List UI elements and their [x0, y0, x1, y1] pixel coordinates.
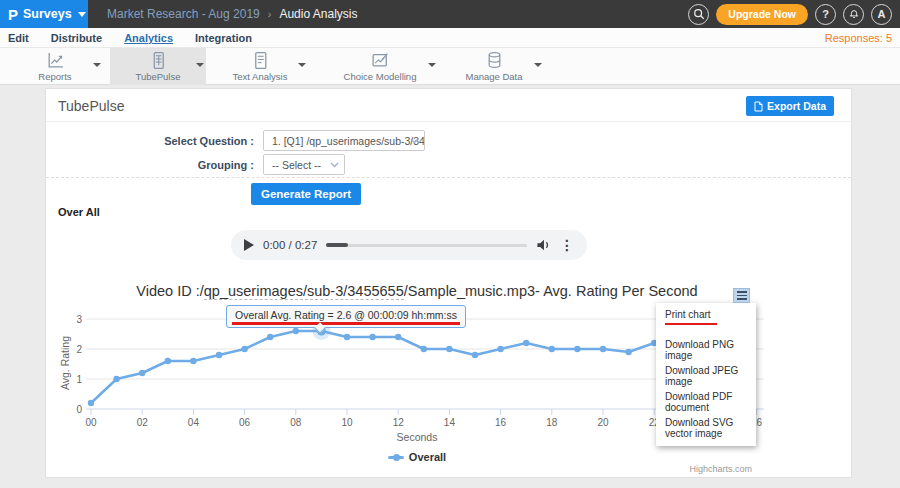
audio-seek-bar[interactable] [326, 244, 527, 247]
highcharts-credits[interactable]: Highcharts.com [689, 464, 752, 474]
nav-item-analytics[interactable]: Analytics [124, 32, 173, 44]
svg-text:16: 16 [495, 417, 507, 428]
svg-text:04: 04 [188, 417, 200, 428]
grouping-select[interactable]: -- Select -- [263, 154, 345, 175]
panel-header: TubePulse Export Data [46, 89, 851, 122]
chart-context-menu: Print chart Download PNG image Download … [656, 303, 756, 446]
svg-text:2: 2 [76, 344, 82, 355]
svg-text:18: 18 [546, 417, 558, 428]
top-actions: Upgrade Now ? A [688, 0, 892, 28]
tool-label: TubePulse [120, 71, 196, 82]
breadcrumb: Market Research - Aug 2019 › Audio Analy… [107, 0, 357, 28]
kebab-menu-icon[interactable]: ⋮ [560, 238, 574, 252]
chart-context-menu-button[interactable] [733, 288, 750, 303]
svg-text:14: 14 [444, 417, 456, 428]
red-underline-annotation [232, 322, 460, 325]
nav-item-distribute[interactable]: Distribute [51, 32, 102, 44]
breadcrumb-separator: › [268, 8, 272, 20]
svg-text:0: 0 [76, 404, 82, 415]
svg-text:12: 12 [393, 417, 405, 428]
avatar[interactable]: A [871, 4, 892, 25]
svg-text:02: 02 [137, 417, 149, 428]
chevron-down-icon [330, 162, 339, 168]
chevron-down-icon [78, 12, 86, 17]
svg-text:20: 20 [597, 417, 609, 428]
tubepulse-panel: TubePulse Export Data Select Question : … [45, 88, 852, 478]
menu-item-download-svg[interactable]: Download SVG vector image [656, 415, 756, 441]
surveys-product-menu[interactable]: P Surveys [0, 0, 88, 28]
tool-label: Manage Data [458, 71, 530, 82]
search-icon [693, 8, 705, 20]
menu-item-download-jpeg[interactable]: Download JPEG image [656, 363, 756, 389]
product-name: Surveys [23, 7, 72, 21]
chart-tooltip: Overall Avg. Rating = 2.6 @ 00:00:09 hh:… [226, 305, 466, 328]
questionpro-logo: P [8, 7, 18, 22]
line-chart-icon [46, 51, 65, 70]
y-axis-title: Avg. Rating [59, 328, 71, 398]
svg-text:06: 06 [239, 417, 251, 428]
manage-data-dropdown-caret[interactable] [534, 63, 542, 67]
hamburger-icon [737, 291, 747, 293]
tool-label: Choice Modelling [338, 71, 422, 82]
question-select-value: 1. [Q1] /qp_userimages/sub-3/3455655/S..… [272, 135, 425, 147]
legend-item-overall[interactable]: Overall [56, 451, 778, 463]
tool-reports[interactable]: Reports [22, 51, 88, 82]
text-analysis-dropdown-caret[interactable] [298, 63, 306, 67]
export-data-label: Export Data [767, 100, 826, 112]
nav-item-edit[interactable]: Edit [8, 32, 29, 44]
analytics-toolbar: Reports TubePulse Text Analysis Choice M… [0, 48, 900, 85]
bell-icon [848, 8, 860, 20]
svg-text:3: 3 [76, 314, 82, 325]
play-icon[interactable] [244, 239, 254, 251]
document-icon [754, 101, 763, 112]
audio-played-segment [326, 243, 348, 247]
grouping-label: Grouping : [46, 159, 254, 171]
tubepulse-icon [149, 51, 168, 70]
menu-item-download-pdf[interactable]: Download PDF document [656, 389, 756, 415]
volume-icon[interactable] [536, 238, 551, 252]
question-select[interactable]: 1. [Q1] /qp_userimages/sub-3/3455655/S..… [263, 130, 425, 151]
menu-item-download-png[interactable]: Download PNG image [656, 337, 756, 363]
help-button[interactable]: ? [815, 4, 836, 25]
select-question-label: Select Question : [46, 135, 254, 147]
reports-dropdown-caret[interactable] [93, 63, 101, 67]
chevron-down-icon [410, 138, 419, 144]
avg-rating-chart: Video ID :/qp_userimages/sub-3/3455655/S… [56, 279, 778, 479]
divider [46, 177, 851, 178]
menu-separator [656, 325, 756, 337]
tubepulse-dropdown-caret[interactable] [196, 63, 204, 67]
survey-nav: Edit Distribute Analytics Integration Re… [0, 28, 900, 48]
search-button[interactable] [688, 4, 709, 25]
export-data-button[interactable]: Export Data [746, 96, 834, 116]
nav-item-integration[interactable]: Integration [195, 32, 252, 44]
breadcrumb-current: Audio Analysis [279, 7, 357, 21]
svg-text:10: 10 [341, 417, 353, 428]
content-area: TubePulse Export Data Select Question : … [0, 85, 900, 488]
tool-choice-modelling[interactable]: Choice Modelling [338, 51, 422, 82]
database-icon [485, 51, 504, 70]
overall-section-label: Over All [58, 206, 100, 218]
tool-manage-data[interactable]: Manage Data [458, 51, 530, 82]
generate-report-button[interactable]: Generate Report [251, 183, 361, 205]
tool-tubepulse[interactable]: TubePulse [120, 51, 196, 82]
breadcrumb-parent[interactable]: Market Research - Aug 2019 [107, 7, 260, 21]
choice-modelling-icon [371, 51, 390, 70]
notifications-button[interactable] [843, 4, 864, 25]
tool-text-analysis[interactable]: Text Analysis [224, 51, 296, 82]
panel-title: TubePulse [58, 98, 124, 114]
text-analysis-icon [251, 51, 270, 70]
svg-text:1: 1 [76, 374, 82, 385]
grouping-select-value: -- Select -- [272, 159, 321, 171]
choice-modelling-dropdown-caret[interactable] [428, 63, 436, 67]
svg-text:08: 08 [290, 417, 302, 428]
top-bar: P Surveys Market Research - Aug 2019 › A… [0, 0, 900, 28]
legend-marker [388, 456, 404, 459]
upgrade-now-button[interactable]: Upgrade Now [716, 4, 808, 25]
menu-item-print-chart[interactable]: Print chart [656, 307, 756, 322]
tool-label: Text Analysis [224, 71, 296, 82]
responses-count: Responses: 5 [825, 32, 892, 44]
svg-text:00: 00 [85, 417, 97, 428]
legend-label: Overall [409, 451, 446, 463]
tool-label: Reports [22, 71, 88, 82]
audio-time: 0:00 / 0:27 [263, 239, 317, 251]
